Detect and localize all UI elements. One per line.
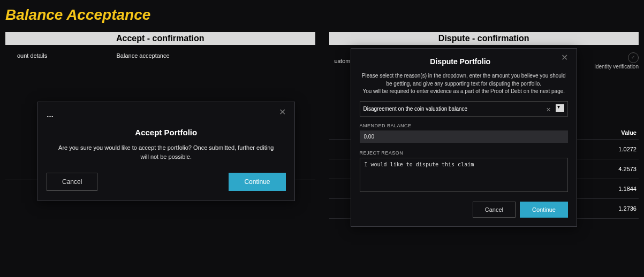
check-circle-icon	[628, 52, 639, 63]
step-account-details: ount details	[17, 52, 117, 59]
accept-panel: Accept - confirmation ount details Balan…	[5, 32, 315, 219]
dispute-panel: Dispute - confirmation ustomer accoun Id…	[329, 32, 639, 219]
close-icon[interactable]: ✕	[279, 110, 286, 115]
continue-button[interactable]: Continue	[520, 202, 568, 218]
reason-selected-text: Disagreement on the coin valuation balan…	[363, 106, 468, 112]
chevron-down-icon[interactable]	[556, 104, 564, 112]
cancel-button[interactable]: Cancel	[473, 202, 516, 218]
reject-reason-label: REJECT REASON	[360, 150, 569, 156]
accept-modal-message: Are you sure you would like to accept th…	[57, 143, 275, 161]
dispute-panel-header: Dispute - confirmation	[329, 32, 639, 45]
step-identity-verification: Identity verification	[594, 64, 639, 70]
dispute-modal-title: Dispute Portfolio	[360, 57, 569, 66]
reject-reason-textarea[interactable]	[360, 158, 569, 192]
reason-select[interactable]: Disagreement on the coin valuation balan…	[360, 101, 569, 117]
continue-button[interactable]: Continue	[229, 173, 285, 191]
accept-steps: ount details Balance acceptance	[5, 49, 315, 62]
dispute-modal-instructions: Please select the reason(s) in the dropd…	[360, 72, 569, 96]
step-balance-acceptance: Balance acceptance	[117, 52, 216, 59]
accept-modal-title: Accept Portfolio	[47, 128, 286, 137]
page-title: Balance Acceptance	[0, 0, 644, 32]
cancel-button[interactable]: Cancel	[47, 173, 97, 191]
amended-balance-input[interactable]	[360, 130, 569, 143]
clear-selection-icon[interactable]: ✕	[546, 106, 551, 113]
dispute-modal: ✕ Dispute Portfolio Please select the re…	[351, 48, 578, 227]
accept-modal: … ✕ Accept Portfolio Are you sure you wo…	[37, 102, 295, 201]
amended-balance-label: AMENDED BALANCE	[360, 123, 569, 128]
drag-handle-icon: …	[47, 111, 54, 119]
close-icon[interactable]: ✕	[561, 55, 568, 60]
accept-panel-header: Accept - confirmation	[5, 32, 315, 45]
